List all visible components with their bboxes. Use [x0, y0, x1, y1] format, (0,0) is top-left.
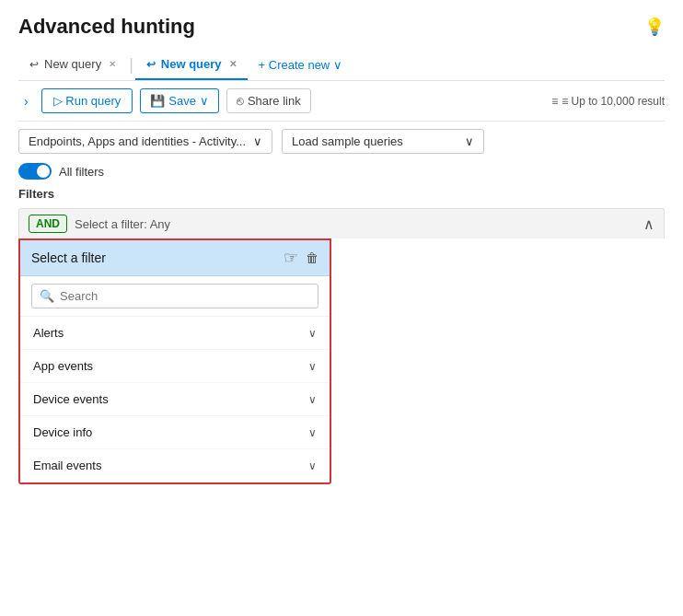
filter-search-input-wrapper: 🔍 [31, 284, 318, 308]
tabs-bar: ↩ New query ✕ | ↩ New query ✕ + Create n… [18, 50, 665, 81]
filter-panel-actions: ☞ 🗑 [284, 248, 318, 268]
create-new-chevron: ∨ [333, 58, 342, 72]
page-title: Advanced hunting [18, 15, 195, 39]
tab1-close-icon[interactable]: ✕ [109, 59, 116, 69]
tab-new-query-2[interactable]: ↩ New query ✕ [135, 50, 248, 80]
save-icon: 💾 [150, 94, 165, 108]
filter-item-device-events[interactable]: Device events ∨ [20, 383, 330, 416]
queries-dropdown-chevron: ∨ [465, 134, 474, 148]
search-icon: 🔍 [40, 289, 54, 303]
filters-toggle-row: All filters [18, 163, 665, 180]
device-events-chevron-icon: ∨ [308, 393, 317, 406]
filter-item-app-events[interactable]: App events ∨ [20, 350, 330, 383]
share-label: Share link [248, 94, 301, 108]
trash-icon[interactable]: 🗑 [306, 250, 318, 265]
tab1-icon: ↩ [29, 58, 39, 71]
collapse-icon[interactable]: ∧ [643, 215, 654, 233]
filter-item-email-events[interactable]: Email events ∨ [20, 449, 330, 482]
sidebar-toggle-button[interactable]: › [18, 90, 34, 112]
results-limit: ≡ ≡ Up to 10,000 result [551, 95, 665, 108]
tab-new-query-1[interactable]: ↩ New query ✕ [18, 50, 127, 80]
cursor-hand-icon: ☞ [284, 248, 298, 268]
filter-list: Alerts ∨ App events ∨ Device events ∨ De… [20, 317, 330, 482]
tab-divider: | [129, 55, 133, 75]
schema-dropdown-label: Endpoints, Apps and identities - Activit… [29, 134, 246, 148]
bulb-icon[interactable]: 💡 [644, 17, 665, 37]
all-filters-label: All filters [59, 165, 104, 179]
filters-title: Filters [18, 187, 665, 201]
results-limit-text: ≡ Up to 10,000 result [561, 95, 665, 108]
filter-panel-header: Select a filter ☞ 🗑 [20, 240, 330, 276]
queries-dropdown-label: Load sample queries [292, 134, 403, 148]
filter-item-app-events-label: App events [33, 359, 93, 373]
app-events-chevron-icon: ∨ [308, 360, 317, 373]
queries-dropdown[interactable]: Load sample queries ∨ [282, 129, 484, 154]
tab2-icon: ↩ [146, 58, 156, 71]
results-limit-icon: ≡ [551, 95, 558, 108]
device-info-chevron-icon: ∨ [308, 426, 317, 439]
share-icon: ⎋ [237, 94, 244, 108]
select-filter-placeholder: Select a filter: Any [75, 217, 170, 231]
filter-search-field[interactable] [60, 289, 310, 303]
create-new-tab[interactable]: + Create new ∨ [248, 51, 354, 79]
filter-item-alerts[interactable]: Alerts ∨ [20, 317, 330, 350]
share-link-button[interactable]: ⎋ Share link [226, 88, 311, 113]
page-header: Advanced hunting 💡 [18, 15, 665, 39]
filter-item-device-events-label: Device events [33, 392, 109, 406]
filter-item-device-info[interactable]: Device info ∨ [20, 416, 330, 449]
run-query-label: ▷ Run query [53, 94, 122, 108]
schema-dropdown[interactable]: Endpoints, Apps and identities - Activit… [18, 129, 272, 154]
tab2-close-icon[interactable]: ✕ [229, 59, 237, 69]
filter-panel: Select a filter ☞ 🗑 🔍 Alerts ∨ [18, 238, 331, 484]
page-container: Advanced hunting 💡 ↩ New query ✕ | ↩ New… [0, 0, 683, 616]
create-new-label: + Create new [259, 58, 330, 72]
filter-item-email-events-label: Email events [33, 459, 101, 472]
filter-search-area: 🔍 [20, 276, 330, 317]
tab2-label: New query [161, 57, 222, 71]
and-badge: AND [29, 215, 67, 233]
alerts-chevron-icon: ∨ [308, 327, 317, 340]
save-chevron: ∨ [200, 94, 209, 108]
schema-dropdown-chevron: ∨ [253, 134, 262, 148]
dropdowns-row: Endpoints, Apps and identities - Activit… [18, 129, 665, 154]
run-query-button[interactable]: ▷ Run query [41, 88, 133, 113]
save-label: Save [168, 94, 196, 108]
filters-section: Filters AND Select a filter: Any ∧ Selec… [18, 187, 665, 484]
filter-item-device-info-label: Device info [33, 425, 92, 439]
toolbar: › ▷ Run query 💾 Save ∨ ⎋ Share link ≡ ≡ … [18, 81, 665, 122]
tab1-label: New query [44, 57, 101, 71]
filter-item-alerts-label: Alerts [33, 326, 64, 340]
save-button[interactable]: 💾 Save ∨ [140, 88, 219, 113]
and-row: AND Select a filter: Any ∧ [18, 208, 665, 238]
all-filters-toggle[interactable] [18, 163, 52, 180]
email-events-chevron-icon: ∨ [308, 459, 317, 472]
filter-panel-title: Select a filter [31, 250, 106, 265]
